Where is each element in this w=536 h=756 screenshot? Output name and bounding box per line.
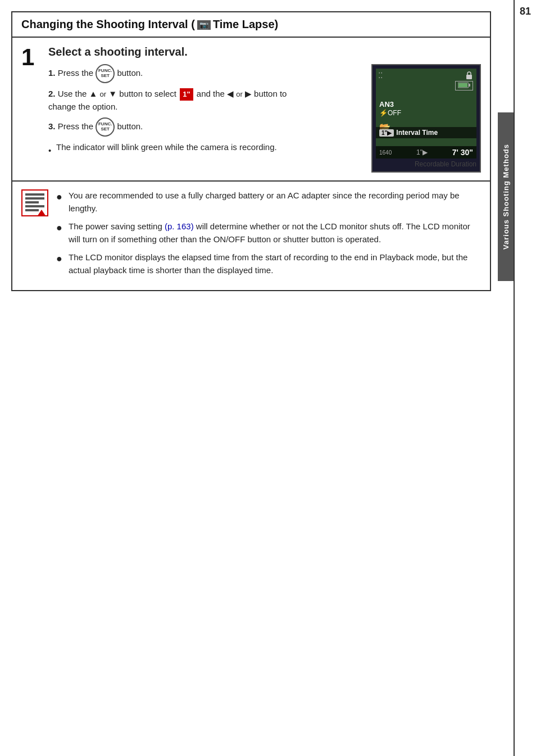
page-title: Changing the Shooting Interval (📷Time La… xyxy=(21,18,278,30)
notes-line-1 xyxy=(25,193,44,196)
func-button-2: FUNC.SET xyxy=(96,117,115,137)
func-button-1: FUNC.SET xyxy=(96,64,115,83)
cam-focus-points: ⁚⁚ xyxy=(378,71,383,80)
cam-battery-icon xyxy=(455,81,473,90)
page-number-area: 81 xyxy=(514,0,536,756)
note-item-3: ● The LCD monitor displays the elapsed t… xyxy=(56,251,481,277)
cam-resolution: 1640 xyxy=(379,150,392,156)
title-box: Changing the Shooting Interval (📷Time La… xyxy=(11,11,491,38)
notes-line-4 xyxy=(25,205,44,207)
notes-bookmark xyxy=(37,210,46,216)
notes-line-2 xyxy=(25,197,44,200)
cam-time-value: 7' 30" xyxy=(452,148,473,157)
cam-duration-label: Recordable Duration xyxy=(376,160,476,168)
svg-rect-3 xyxy=(458,83,467,87)
page-number: 81 xyxy=(520,6,531,17)
note-bullet-3: ● xyxy=(56,251,64,277)
cam-interval-label: Interval Time xyxy=(396,129,438,137)
note-bullet-2: ● xyxy=(56,220,64,246)
cam-flash-off: ⚡OFF xyxy=(379,109,401,117)
cam-interval-indicator: 1"▶ xyxy=(379,129,394,137)
substep-1: 1. Press the FUNC.SET button. xyxy=(48,64,362,83)
step1-section: 1 Select a shooting interval. 1. Press t… xyxy=(11,38,491,182)
step1-bullet-text: The indicator will blink green while the… xyxy=(56,141,277,157)
note-item-1: ● You are recommended to use a fully cha… xyxy=(56,189,481,215)
step1-bullet: • The indicator will blink green while t… xyxy=(48,141,362,157)
main-content: Changing the Shooting Interval (📷Time La… xyxy=(11,11,491,291)
cam-arrow: 1"▶ xyxy=(416,148,428,156)
cam-interval-bar: 1"▶ Interval Time xyxy=(376,127,476,138)
sidebar-tab: Various Shooting Methods xyxy=(498,112,514,281)
camera-preview: ⁚⁚ xyxy=(371,64,481,173)
note-item-2: ● The power saving setting (p. 163) will… xyxy=(56,220,481,246)
notes-content: ● You are recommended to use a fully cha… xyxy=(56,189,481,282)
bullet-dot: • xyxy=(48,144,53,157)
step1-number: 1 xyxy=(21,46,42,69)
notes-icon xyxy=(21,189,48,216)
note-text-2: The power saving setting (p. 163) will d… xyxy=(69,220,481,246)
svg-rect-0 xyxy=(466,75,472,79)
note-text-3: The LCD monitor displays the elapsed tim… xyxy=(69,251,481,277)
mode-indicator: 1" xyxy=(180,88,193,101)
step1-title: Select a shooting interval. xyxy=(48,46,481,58)
sidebar-tab-label: Various Shooting Methods xyxy=(502,144,510,250)
substep-2: 2. Use the ▲ or ▼ button to select 1" an… xyxy=(48,88,362,113)
substep-3: 3. Press the FUNC.SET button. xyxy=(48,117,362,137)
note-text-1: You are recommended to use a fully charg… xyxy=(69,189,481,215)
step1-body: 1. Press the FUNC.SET button. 2. Use the… xyxy=(48,64,481,173)
cam-lock-icon xyxy=(465,71,473,82)
time-lapse-icon: 📷 xyxy=(197,20,211,30)
step1-content: Select a shooting interval. 1. Press the… xyxy=(48,46,481,173)
cam-bottom-bar: 1640 1"▶ 7' 30" xyxy=(376,146,476,159)
notes-line-3 xyxy=(25,201,39,203)
camera-screen: ⁚⁚ xyxy=(376,69,476,159)
notes-section: ● You are recommended to use a fully cha… xyxy=(11,182,491,291)
step1-header: 1 Select a shooting interval. 1. Press t… xyxy=(21,46,481,173)
svg-rect-2 xyxy=(469,84,470,87)
note-bullet-1: ● xyxy=(56,189,64,215)
cam-an3-text: AN3 xyxy=(379,100,394,108)
power-saving-link[interactable]: (p. 163) xyxy=(165,221,194,231)
step1-instructions: 1. Press the FUNC.SET button. 2. Use the… xyxy=(48,64,362,157)
